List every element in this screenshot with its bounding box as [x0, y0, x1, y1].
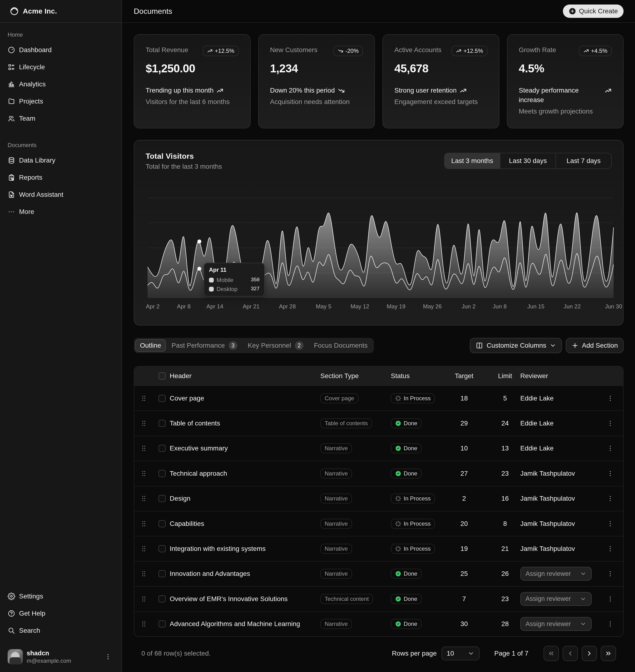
svg-text:Apr 2: Apr 2 [146, 303, 159, 310]
svg-text:Jun 15: Jun 15 [527, 303, 545, 310]
svg-text:May 26: May 26 [423, 303, 442, 310]
svg-text:Apr 21: Apr 21 [243, 303, 260, 310]
svg-text:Jun 2: Jun 2 [461, 303, 476, 310]
svg-text:Jun 22: Jun 22 [564, 303, 581, 310]
svg-text:Jun 8: Jun 8 [493, 303, 507, 310]
svg-text:Apr 28: Apr 28 [279, 303, 296, 310]
svg-text:May 12: May 12 [351, 303, 369, 310]
svg-text:May 5: May 5 [316, 303, 331, 310]
svg-text:Apr 14: Apr 14 [206, 303, 223, 310]
svg-text:Apr 8: Apr 8 [177, 303, 191, 310]
svg-text:May 19: May 19 [387, 303, 406, 310]
svg-text:Jun 30: Jun 30 [605, 303, 622, 310]
